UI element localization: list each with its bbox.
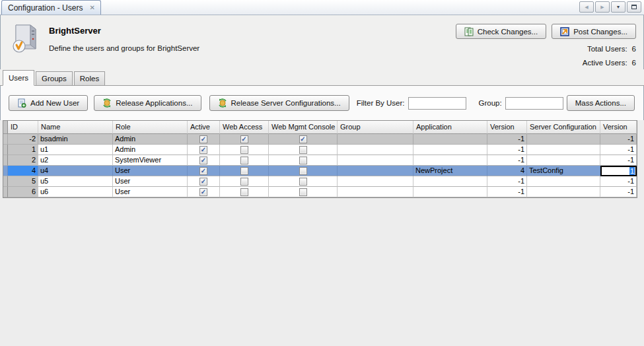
editor-tab-configuration-users[interactable]: Configuration - Users ✕ [1, 0, 101, 15]
tab-groups[interactable]: Groups [36, 71, 73, 85]
close-icon[interactable]: ✕ [89, 5, 94, 11]
checkbox-active-checked[interactable]: ✓ [199, 146, 207, 154]
table-row-u5[interactable]: 5u5User✓-1-1 [3, 176, 637, 187]
cell-role[interactable]: Admin [113, 134, 188, 145]
cell-id[interactable]: -2 [8, 134, 38, 145]
cell-role[interactable]: User [113, 176, 188, 187]
checkbox-web_access-checked[interactable]: ✓ [240, 135, 248, 143]
cell-config_version[interactable]: -1 [600, 134, 637, 145]
cell-server_config[interactable] [527, 187, 600, 197]
cell-app_version[interactable]: -1 [487, 176, 527, 187]
checkbox-web_mgmt-unchecked[interactable] [299, 156, 307, 164]
check-changes-button[interactable]: Check Changes... [456, 24, 546, 39]
group-filter-input[interactable] [505, 97, 563, 110]
maximize-button[interactable] [627, 1, 641, 13]
cell-app_version[interactable]: -1 [487, 134, 527, 145]
cell-application[interactable] [413, 145, 487, 155]
cell-role[interactable]: Admin [113, 145, 188, 155]
cell-application[interactable] [413, 134, 487, 145]
column-header-server_config[interactable]: Server Configuration [527, 121, 600, 134]
cell-editor-selected-text[interactable]: 1 [629, 167, 635, 175]
column-header-id[interactable]: ID [8, 121, 38, 134]
column-header-app_version[interactable]: Version [487, 121, 527, 134]
cell-group[interactable] [338, 176, 413, 187]
table-row-u1[interactable]: 1u1Admin✓-1-1 [3, 145, 637, 155]
cell-role[interactable]: User [113, 187, 188, 197]
checkbox-web_mgmt-unchecked[interactable] [299, 167, 307, 175]
cell-id[interactable]: 1 [8, 145, 38, 155]
table-row-u2[interactable]: 2u2SystemViewer✓-1-1 [3, 155, 637, 166]
checkbox-active-checked[interactable]: ✓ [199, 188, 207, 196]
column-header-web_access[interactable]: Web Access [220, 121, 269, 134]
tab-users[interactable]: Users [3, 70, 34, 86]
column-header-web_mgmt[interactable]: Web Mgmt Console [269, 121, 338, 134]
cell-config_version[interactable]: -1 [600, 187, 637, 197]
cell-role[interactable]: User [113, 166, 188, 176]
column-header-name[interactable]: Name [38, 121, 113, 134]
checkbox-active-checked[interactable]: ✓ [199, 156, 207, 164]
mass-actions-button[interactable]: Mass Actions... [567, 95, 635, 111]
cell-name[interactable]: bsadmin [38, 134, 113, 145]
cell-server_config[interactable] [527, 176, 600, 187]
column-header-group[interactable]: Group [338, 121, 413, 134]
table-row-u4[interactable]: 4u4User✓NewProject4TestConfig1 [3, 166, 637, 176]
cell-group[interactable] [338, 134, 413, 145]
cell-group[interactable] [338, 166, 413, 176]
cell-config_version[interactable]: -1 [600, 145, 637, 155]
checkbox-web_access-unchecked[interactable] [240, 146, 248, 154]
cell-app_version[interactable]: -1 [487, 145, 527, 155]
cell-name[interactable]: u1 [38, 145, 113, 155]
cell-id[interactable]: 5 [8, 176, 38, 187]
checkbox-web_access-unchecked[interactable] [240, 188, 248, 196]
column-header-role[interactable]: Role [113, 121, 188, 134]
cell-app_version[interactable]: -1 [487, 155, 527, 166]
checkbox-active-checked[interactable]: ✓ [199, 178, 207, 186]
cell-application[interactable] [413, 187, 487, 197]
cell-server_config[interactable]: TestConfig [527, 166, 600, 176]
cell-app_version[interactable]: -1 [487, 187, 527, 197]
post-changes-button[interactable]: Post Changes... [552, 24, 636, 39]
view-menu-button[interactable]: ▼ [611, 1, 626, 13]
release-server-configurations-button[interactable]: Release Server Configurations... [209, 95, 349, 111]
tab-roles[interactable]: Roles [74, 71, 105, 85]
checkbox-web_access-unchecked[interactable] [240, 178, 248, 186]
cell-server_config[interactable] [527, 155, 600, 166]
cell-config_version[interactable]: -1 [600, 155, 637, 166]
cell-id[interactable]: 4 [8, 166, 38, 176]
cell-application[interactable] [413, 155, 487, 166]
cell-application[interactable] [413, 176, 487, 187]
filter-by-user-input[interactable] [408, 97, 466, 110]
cell-config_version[interactable]: 1 [600, 166, 637, 176]
column-header-config_version[interactable]: Version [600, 121, 637, 134]
cell-application[interactable]: NewProject [413, 166, 487, 176]
cell-id[interactable]: 6 [8, 187, 38, 197]
forward-button[interactable]: ▶ [595, 1, 610, 13]
cell-group[interactable] [338, 187, 413, 197]
column-header-application[interactable]: Application [413, 121, 487, 134]
cell-name[interactable]: u6 [38, 187, 113, 197]
back-button[interactable]: ◀ [579, 1, 594, 13]
table-row-u6[interactable]: 6u6User✓-1-1 [3, 187, 637, 197]
checkbox-web_mgmt-unchecked[interactable] [299, 188, 307, 196]
cell-name[interactable]: u4 [38, 166, 113, 176]
cell-config_version[interactable]: -1 [600, 176, 637, 187]
cell-role[interactable]: SystemViewer [113, 155, 188, 166]
column-header-active[interactable]: Active [188, 121, 220, 134]
checkbox-active-checked[interactable]: ✓ [199, 167, 207, 175]
checkbox-active-checked[interactable]: ✓ [199, 135, 207, 143]
add-new-user-button[interactable]: Add New User [9, 95, 88, 111]
cell-group[interactable] [338, 145, 413, 155]
cell-server_config[interactable] [527, 134, 600, 145]
checkbox-web_access-unchecked[interactable] [240, 156, 248, 164]
checkbox-web_mgmt-checked[interactable]: ✓ [299, 135, 307, 143]
cell-server_config[interactable] [527, 145, 600, 155]
release-applications-button[interactable]: Release Applications... [94, 95, 201, 111]
checkbox-web_mgmt-unchecked[interactable] [299, 178, 307, 186]
cell-id[interactable]: 2 [8, 155, 38, 166]
table-row-bsadmin[interactable]: -2bsadminAdmin✓✓✓-1-1 [3, 134, 637, 145]
cell-app_version[interactable]: 4 [487, 166, 527, 176]
cell-group[interactable] [338, 155, 413, 166]
checkbox-web_access-unchecked[interactable] [240, 167, 248, 175]
cell-name[interactable]: u5 [38, 176, 113, 187]
cell-name[interactable]: u2 [38, 155, 113, 166]
